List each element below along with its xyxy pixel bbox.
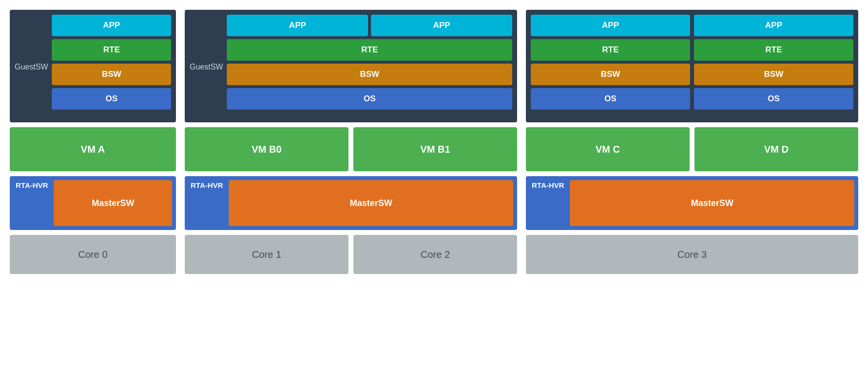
core12-apps-row: APP APP [227, 15, 512, 36]
core0-label: Core 0 [10, 235, 176, 274]
core3-c-rte: RTE [531, 39, 690, 61]
core12-vmb0: VM B0 [185, 127, 348, 171]
core2-label: Core 2 [353, 235, 517, 274]
core0-column: GuestSW APP RTE BSW OS VM A RTA-HVR Mast… [10, 10, 176, 380]
core0-bsw-layer: BSW [52, 64, 171, 85]
core0-rte-layer: RTE [52, 39, 171, 61]
core0-guest-sw: GuestSW APP RTE BSW OS [10, 10, 176, 122]
core12-vmb1: VM B1 [353, 127, 517, 171]
core0-mastersw: MasterSW [54, 180, 172, 226]
core3-d-os: OS [694, 88, 853, 110]
core12-rte-layer: RTE [227, 39, 512, 61]
core3-d-rte: RTE [694, 39, 853, 61]
core3-d-bsw: BSW [694, 64, 853, 85]
core3-subd: APP RTE BSW OS [694, 15, 853, 117]
core12-labels-row: Core 1 Core 2 [185, 235, 517, 274]
core3-c-app: APP [531, 15, 690, 36]
core3-d-app: APP [694, 15, 853, 36]
core0-stack: APP RTE BSW OS [52, 15, 171, 110]
core3-guest-sw: APP RTE BSW OS APP RTE BSW OS [526, 10, 858, 122]
core3-label: Core 3 [526, 235, 858, 274]
core12-guestsw-label: GuestSW [190, 63, 223, 71]
core3-rta-hvr-label: RTA-HVR [526, 176, 570, 230]
core12-app2-layer: APP [371, 15, 512, 36]
core3-vmd: VM D [694, 127, 858, 171]
core3-hvr-section: RTA-HVR MasterSW [526, 176, 858, 230]
core3-vmc: VM C [526, 127, 690, 171]
core0-os-layer: OS [52, 88, 171, 110]
core3-c-os: OS [531, 88, 690, 110]
core3-mastersw: MasterSW [570, 180, 854, 226]
core12-vm-row: VM B0 VM B1 [185, 127, 517, 171]
core3-column: APP RTE BSW OS APP RTE BSW OS VM C VM D … [526, 10, 858, 380]
core3-c-bsw: BSW [531, 64, 690, 85]
core3-vm-row: VM C VM D [526, 127, 858, 171]
core12-mastersw: MasterSW [229, 180, 513, 226]
architecture-diagram: GuestSW APP RTE BSW OS VM A RTA-HVR Mast… [10, 10, 858, 380]
core0-guestsw-label: GuestSW [15, 63, 48, 71]
core12-column: GuestSW APP APP RTE BSW OS VM B0 VM B1 R… [185, 10, 517, 380]
core3-subc: APP RTE BSW OS [531, 15, 690, 117]
core12-guest-sw: GuestSW APP APP RTE BSW OS [185, 10, 517, 122]
core12-app1-layer: APP [227, 15, 368, 36]
core0-hvr-section: RTA-HVR MasterSW [10, 176, 176, 230]
core12-bsw-layer: BSW [227, 64, 512, 85]
core12-os-layer: OS [227, 88, 512, 110]
core0-vm: VM A [10, 127, 176, 171]
core1-label: Core 1 [185, 235, 348, 274]
core12-hvr-section: RTA-HVR MasterSW [185, 176, 517, 230]
core12-stack: APP APP RTE BSW OS [227, 15, 512, 110]
core12-rta-hvr-label: RTA-HVR [185, 176, 229, 230]
core0-rta-hvr-label: RTA-HVR [10, 176, 54, 230]
core0-app-layer: APP [52, 15, 171, 36]
